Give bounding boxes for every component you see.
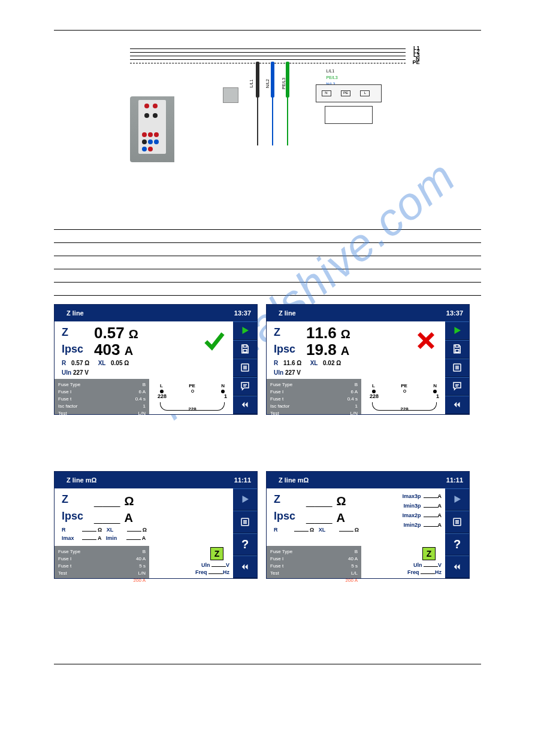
- probe-label-pe: PE/L3: [282, 78, 286, 89]
- probe-l: [256, 62, 259, 98]
- play-icon[interactable]: [233, 488, 257, 511]
- ipsc-label: Ipsc: [62, 343, 83, 356]
- socket-pin-l: L: [360, 90, 370, 96]
- z-badge: Z: [210, 547, 223, 560]
- z-label: Z: [274, 493, 280, 506]
- probe-label-l: L/L1: [249, 80, 253, 88]
- ipsc-value: 403 A: [94, 341, 133, 359]
- ipsc-value: 19.8 A: [306, 341, 349, 359]
- list-icon[interactable]: [445, 359, 469, 377]
- ipsc-value-blank: ___ A: [306, 508, 345, 526]
- comment-icon[interactable]: [233, 377, 257, 396]
- zline-screen-pass: Z line 13:37 Z 0.57 Ω Ipsc 403 A R 0.57 …: [54, 304, 258, 415]
- play-icon[interactable]: [445, 321, 469, 340]
- zline-result-screens: Z line 13:37 Z 0.57 Ω Ipsc 403 A R 0.57 …: [54, 304, 481, 415]
- z-value-blank: ___ Ω: [306, 491, 346, 509]
- uln-freq: Uln V Freq Hz: [195, 561, 229, 576]
- top-rule: [54, 30, 481, 31]
- sub-readings: RΩ XLΩ ImaxA IminA: [62, 527, 229, 544]
- terminal-monitor: LPEN 2281 228: [156, 383, 228, 412]
- line-pe: PE: [412, 59, 419, 65]
- back-arrows-icon[interactable]: [445, 396, 469, 414]
- back-arrows-icon[interactable]: [233, 396, 257, 414]
- save-icon[interactable]: [233, 340, 257, 359]
- svg-rect-14: [455, 345, 459, 347]
- z-label: Z: [62, 493, 68, 506]
- r-row: R 11.6 Ω XL 0.02 Ω: [274, 360, 344, 366]
- screen-title: Z line mΩ: [279, 476, 309, 484]
- socket-pin-pe: PE: [341, 90, 350, 96]
- wall-socket: L/L1 PE/L3 N/L2 N PE L: [316, 84, 388, 132]
- svg-marker-30: [245, 564, 248, 569]
- z-badge: Z: [422, 547, 436, 560]
- probe-n: [271, 62, 274, 98]
- schuko-plug: [223, 87, 238, 103]
- clock-time: 13:37: [446, 309, 463, 317]
- test-params: Fuse TypeBFuse I6 AFuse t0.4 sIsc factor…: [267, 379, 361, 414]
- tester-device: [130, 96, 174, 162]
- limits-column: Imax3pA Imin3pA Imax2pA Imin2pA: [402, 493, 442, 532]
- svg-marker-36: [454, 564, 457, 569]
- test-params: Fuse TypeBFuse I40 AFuse t5 sTestL/LIa(I…: [267, 546, 361, 578]
- zline-mohm-screens: Z line mΩ 11:11 Z ___ Ω Ipsc ___ A RΩ XL…: [54, 471, 481, 579]
- screen-title: Z line: [279, 309, 296, 317]
- wiring-diagram: L1 L2 L3 N PE L/L1: [130, 48, 406, 168]
- clock-time: 11:11: [446, 476, 463, 484]
- ipsc-value-blank: ___ A: [94, 508, 133, 526]
- help-icon[interactable]: ?: [445, 533, 469, 556]
- zline-screen-fail: Z line 13:37 Z 11.6 Ω Ipsc 19.8 A R 11.6…: [266, 304, 470, 415]
- terminal-monitor: LPEN 2281 228: [368, 383, 440, 412]
- uln-freq: Uln V Freq Hz: [407, 561, 442, 576]
- checkmark-icon: [202, 329, 226, 353]
- ipsc-label: Ipsc: [274, 343, 295, 356]
- back-arrows-icon[interactable]: [445, 555, 469, 578]
- clip-l: L/L1: [327, 69, 335, 73]
- svg-marker-0: [243, 327, 249, 334]
- uln-row: Uln 227 V: [274, 369, 301, 376]
- svg-marker-13: [455, 327, 461, 334]
- zline-mohm-screen-right: Z line mΩ 11:11 Z ___ Ω Ipsc ___ A RΩ XL…: [266, 471, 470, 579]
- back-arrows-icon[interactable]: [233, 555, 257, 578]
- list-icon[interactable]: [233, 359, 257, 377]
- svg-marker-31: [455, 496, 461, 503]
- uln-row: Uln 227 V: [62, 369, 89, 376]
- z-value: 0.57 Ω: [94, 324, 138, 342]
- z-value: 11.6 Ω: [306, 324, 350, 342]
- cross-icon: [414, 329, 438, 353]
- svg-marker-24: [243, 496, 249, 503]
- clip-pe: PE/L3: [327, 75, 338, 80]
- z-value-blank: ___ Ω: [94, 491, 134, 509]
- svg-marker-22: [454, 402, 457, 408]
- z-label: Z: [62, 326, 68, 339]
- bottom-rule: [54, 664, 481, 664]
- screen-title: Z line mΩ: [67, 476, 96, 484]
- play-icon[interactable]: [445, 488, 469, 511]
- screen-title: Z line: [67, 309, 84, 317]
- svg-marker-23: [457, 402, 460, 408]
- list-icon[interactable]: [445, 511, 469, 533]
- zline-mohm-screen-left: Z line mΩ 11:11 Z ___ Ω Ipsc ___ A RΩ XL…: [54, 471, 258, 579]
- svg-rect-1: [243, 345, 247, 347]
- ipsc-label: Ipsc: [62, 510, 83, 523]
- z-label: Z: [274, 326, 280, 339]
- test-params: Fuse TypeBFuse I6 AFuse t0.4 sIsc factor…: [55, 379, 149, 414]
- clock-time: 13:37: [234, 309, 251, 317]
- procedure-table: [54, 216, 481, 296]
- svg-marker-29: [242, 564, 245, 569]
- svg-marker-37: [457, 564, 460, 569]
- probe-pe: [286, 62, 289, 98]
- play-icon[interactable]: [233, 321, 257, 340]
- test-params: Fuse TypeBFuse I40 AFuse t5 sTestL/NIa(I…: [55, 546, 149, 578]
- save-icon[interactable]: [445, 340, 469, 359]
- comment-icon[interactable]: [445, 377, 469, 396]
- help-icon[interactable]: ?: [233, 533, 257, 556]
- socket-pin-n: N: [322, 90, 331, 96]
- probe-label-n: N/L2: [265, 79, 269, 88]
- list-icon[interactable]: [233, 511, 257, 533]
- clock-time: 11:11: [234, 476, 251, 484]
- r-row: R 0.57 Ω XL 0.05 Ω: [62, 360, 132, 366]
- svg-rect-2: [243, 350, 247, 353]
- svg-marker-9: [242, 402, 245, 408]
- svg-rect-15: [455, 350, 459, 353]
- svg-marker-10: [245, 402, 248, 408]
